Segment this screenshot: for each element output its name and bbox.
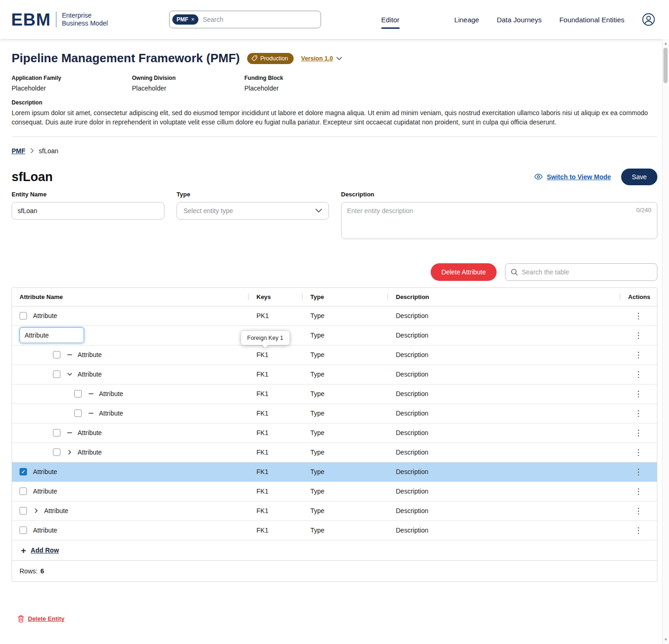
scroll-down-icon[interactable]: ▼ — [664, 637, 668, 642]
search-filter-chip[interactable]: PMF × — [172, 14, 198, 25]
row-checkbox[interactable] — [53, 429, 60, 436]
add-row-button[interactable]: + Add Row — [12, 540, 657, 561]
kebab-menu-icon[interactable]: ⋮ — [632, 448, 645, 457]
kebab-menu-icon[interactable]: ⋮ — [632, 331, 645, 340]
row-checkbox[interactable] — [53, 449, 60, 456]
chevron-down-icon[interactable] — [66, 371, 73, 377]
breadcrumb-pmf-link[interactable]: PMF — [12, 147, 26, 155]
kebab-menu-icon[interactable]: ⋮ — [632, 487, 645, 496]
char-counter: 0/240 — [636, 207, 651, 214]
foreign-key-tooltip: Foreign Key 1 — [241, 331, 289, 345]
attribute-description: Description — [387, 390, 620, 397]
entity-type-select[interactable]: Select entity type — [177, 202, 329, 220]
minus-icon[interactable] — [66, 352, 73, 358]
logo-name-line1: Enterprise — [62, 12, 92, 19]
row-checkbox[interactable] — [53, 371, 60, 378]
table-search-input[interactable] — [522, 268, 652, 276]
eye-icon — [534, 174, 543, 180]
kebab-menu-icon[interactable]: ⋮ — [632, 526, 645, 535]
attribute-type: Type — [302, 351, 387, 358]
attribute-name-cell: Attribute — [12, 488, 248, 495]
row-actions-cell: ⋮ — [620, 409, 657, 418]
entity-meta: Application Family Placeholder Owning Di… — [12, 75, 657, 92]
meta-label: Funding Block — [244, 75, 657, 81]
delete-entity-button[interactable]: Delete Entity — [18, 615, 65, 623]
minus-icon[interactable] — [88, 391, 94, 397]
attribute-name: Attribute — [78, 449, 102, 456]
row-checkbox[interactable] — [20, 527, 27, 534]
delete-entity-label: Delete Entity — [28, 615, 65, 622]
table-toolbar: Delete Attribute — [12, 263, 657, 281]
attribute-description: Description — [387, 507, 620, 514]
attribute-type: Type — [302, 371, 387, 378]
entity-name-label: Entity Name — [12, 191, 164, 198]
attribute-type: Type — [302, 449, 387, 456]
profile-icon[interactable] — [642, 13, 655, 26]
search-icon — [511, 268, 518, 276]
table-row: Type Description ⋮ — [12, 326, 657, 345]
version-selector[interactable]: Version 1.0 — [301, 55, 342, 62]
chevron-down-icon[interactable] — [336, 57, 342, 60]
logo-divider — [56, 12, 57, 27]
app-logo[interactable]: EBM Enterprise Business Model — [11, 11, 108, 28]
switch-view-mode-link[interactable]: Switch to View Mode — [534, 173, 611, 181]
entity-name-input[interactable] — [12, 202, 164, 220]
entity-actions: Switch to View Mode Save — [534, 169, 657, 185]
attribute-name-input[interactable] — [20, 327, 84, 343]
minus-icon[interactable] — [88, 410, 94, 416]
nav-lineage[interactable]: Lineage — [454, 16, 479, 24]
kebab-menu-icon[interactable]: ⋮ — [632, 506, 645, 516]
col-actions: Actions — [620, 288, 657, 306]
table-search[interactable] — [505, 263, 657, 281]
scroll-up-icon[interactable]: ▲ — [664, 41, 668, 46]
save-button[interactable]: Save — [621, 169, 657, 185]
kebab-menu-icon[interactable]: ⋮ — [632, 428, 645, 438]
chevron-right-icon[interactable] — [33, 508, 39, 514]
key-badge: FK1 — [248, 410, 302, 417]
row-actions-cell: ⋮ — [620, 487, 657, 496]
col-type: Type — [302, 288, 387, 306]
row-checkbox[interactable] — [20, 507, 27, 514]
chip-remove-icon[interactable]: × — [191, 17, 194, 22]
key-badge: FK1 — [248, 449, 302, 456]
meta-owning-division: Owning Division Placeholder — [132, 75, 244, 92]
delete-attribute-button[interactable]: Delete Attribute — [431, 263, 497, 281]
chevron-right-icon[interactable] — [66, 449, 73, 455]
scrollbar-thumb[interactable] — [663, 48, 668, 83]
key-badge: FK1 — [248, 371, 302, 378]
entity-description-textarea[interactable] — [341, 202, 657, 239]
attribute-name: Attribute — [78, 351, 102, 358]
attribute-name: Attribute — [33, 312, 57, 319]
row-checkbox[interactable] — [74, 390, 82, 397]
kebab-menu-icon[interactable]: ⋮ — [632, 350, 645, 360]
row-checkbox[interactable] — [20, 488, 27, 495]
row-checkbox[interactable] — [20, 468, 27, 475]
minus-icon[interactable] — [66, 430, 73, 436]
kebab-menu-icon[interactable]: ⋮ — [632, 370, 645, 379]
key-badge: FK1 — [248, 429, 302, 436]
global-search[interactable]: PMF × — [169, 11, 321, 28]
entity-type-label: Type — [177, 191, 329, 198]
row-checkbox[interactable] — [74, 410, 82, 417]
key-badge: FK1 — [248, 507, 302, 514]
version-label[interactable]: Version 1.0 — [301, 55, 333, 62]
logo-abbr: EBM — [11, 11, 51, 28]
kebab-menu-icon[interactable]: ⋮ — [632, 389, 645, 399]
kebab-menu-icon[interactable]: ⋮ — [632, 311, 645, 321]
global-search-input[interactable] — [203, 16, 316, 23]
meta-application-family: Application Family Placeholder — [12, 75, 132, 92]
table-header: Attribute Name Keys Type Description Act… — [12, 288, 657, 306]
row-checkbox[interactable] — [20, 312, 27, 319]
key-badge: FK1 — [248, 488, 302, 495]
nav-data-journeys[interactable]: Data Journeys — [497, 16, 542, 24]
attribute-name-cell: Attribute — [12, 468, 248, 475]
nav-foundational-entities[interactable]: Foundational Entities — [559, 16, 624, 24]
row-checkbox[interactable] — [53, 351, 60, 358]
vertical-scrollbar[interactable]: ▲ ▼ — [662, 39, 669, 644]
kebab-menu-icon[interactable]: ⋮ — [632, 467, 645, 477]
kebab-menu-icon[interactable]: ⋮ — [632, 409, 645, 418]
table-row: Attribute FK1 Type Description ⋮ — [12, 501, 657, 521]
attribute-description: Description — [387, 468, 620, 475]
attribute-type: Type — [302, 488, 387, 495]
nav-editor[interactable]: Editor — [381, 16, 400, 24]
